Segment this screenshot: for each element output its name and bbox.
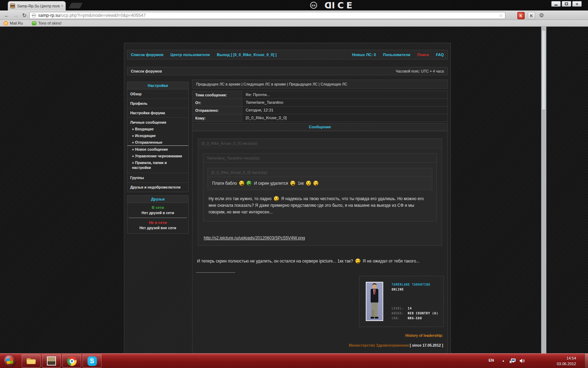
info-label-subject: Тема сообщения: bbox=[192, 91, 242, 98]
info-label-from: От: bbox=[192, 99, 242, 106]
pm-archive-nav: Предыдущее ЛС в архиве | Следующее ЛС в … bbox=[192, 80, 448, 89]
address-bar[interactable]: samp-rp.su/ucp.php?i=pm&mode=view&f=0&p=… bbox=[29, 12, 505, 19]
volume-icon[interactable] bbox=[519, 358, 525, 365]
settings-box: Настройки Обзор Профиль Настройки форума… bbox=[127, 82, 189, 192]
sidebar-item-friends-foes[interactable]: Друзья и недоброжелатели bbox=[127, 182, 188, 192]
window-controls: × bbox=[551, 1, 582, 7]
message-info-table: Тема сообщения: Re: Прочти... От: Tamerl… bbox=[192, 91, 448, 122]
extension-icon-1[interactable]: K bbox=[517, 12, 525, 19]
quote-author: Tamerlane_Tarantino писал(а): bbox=[203, 154, 436, 163]
stat-row-car: CAR: NRG-500 bbox=[392, 316, 438, 321]
ucp-sidebar: Настройки Обзор Профиль Настройки форума… bbox=[127, 82, 189, 234]
reload-button[interactable]: ↻ bbox=[20, 12, 28, 19]
player-stats-card: TAMERLANE TARANTINO ONLINE LEVEL: 14 HOU… bbox=[359, 276, 444, 327]
player-skin-image bbox=[366, 282, 383, 321]
tray-expand-icon[interactable]: ▲ bbox=[502, 359, 505, 362]
smiley-evil-icon bbox=[239, 180, 244, 186]
taskbar-explorer-button[interactable] bbox=[22, 354, 41, 368]
quote-author: [0_0_Riko_Kruse_0_0] писал(а): bbox=[208, 168, 432, 177]
sidebar-item-rules-folders-settings[interactable]: » Правила, папки и настройки bbox=[127, 159, 188, 173]
quote-text: Плати бабло И скрин удалится 1кк bbox=[208, 177, 432, 190]
forward-button[interactable]: → bbox=[12, 12, 20, 19]
sidebar-item-forum-settings[interactable]: Настройки форума bbox=[127, 108, 188, 117]
sidebar-item-new-message[interactable]: » Новое сообщение bbox=[127, 146, 188, 152]
sidebar-item-overview[interactable]: Обзор bbox=[127, 89, 188, 98]
nav-search[interactable]: Поиск bbox=[417, 53, 429, 57]
info-value-to[interactable]: [0_0_Riko_Kruse_0_0] bbox=[242, 114, 447, 122]
bookmark-label: Mail.Ru bbox=[10, 21, 23, 25]
sidebar-item-manage-drafts[interactable]: » Управление черновиками bbox=[127, 152, 188, 159]
sidebar-item-inbox[interactable]: » Входящие bbox=[127, 125, 188, 132]
quote-level-3: [0_0_Riko_Kruse_0_0] писал(а): Плати баб… bbox=[208, 168, 432, 190]
pm-nav-next[interactable]: Следующее ЛС bbox=[321, 82, 347, 86]
page-scrollbar[interactable] bbox=[541, 27, 546, 353]
wallpaper-dice-logo: EA DICE bbox=[310, 1, 355, 10]
sidebar-item-groups[interactable]: Группы bbox=[127, 173, 188, 182]
breadcrumb[interactable]: Список форумов bbox=[131, 67, 162, 75]
nav-user-center[interactable]: Центр пользователя bbox=[170, 53, 210, 57]
nav-new-pm-count[interactable]: Новых ЛС: 0 bbox=[352, 53, 376, 57]
photo-icon bbox=[47, 356, 56, 366]
info-label-to: Кому: bbox=[192, 114, 242, 122]
window-close-icon: × bbox=[576, 2, 579, 6]
scrollbar-thumb[interactable] bbox=[542, 30, 546, 110]
stat-row-level: LEVEL: 14 bbox=[392, 306, 438, 311]
friends-offline-text: Нет друзей вне сети bbox=[127, 226, 188, 230]
sidebar-item-sent[interactable]: » Отправленные bbox=[127, 139, 188, 146]
smiley-shock-icon bbox=[313, 180, 318, 186]
nav-users[interactable]: Пользователи bbox=[383, 53, 410, 57]
tray-language-indicator[interactable]: EN bbox=[489, 358, 494, 362]
new-tab-button[interactable] bbox=[69, 3, 82, 8]
info-label-sent: Отправлено: bbox=[192, 107, 242, 114]
info-value-from[interactable]: Tamerlane_Tarantino bbox=[242, 99, 447, 106]
taskbar-skype-button[interactable]: S bbox=[83, 354, 102, 368]
browser-menu-icon[interactable]: ⚙ bbox=[539, 12, 544, 19]
nav-logout[interactable]: Выход [ [0_0_Riko_Kruse_0_0] ] bbox=[217, 53, 277, 57]
window-minimize-button[interactable] bbox=[551, 1, 561, 7]
tab-close-icon[interactable]: × bbox=[61, 4, 63, 8]
bookmark-mailru[interactable]: @ Mail.Ru bbox=[4, 21, 23, 26]
window-close-button[interactable]: × bbox=[572, 1, 582, 7]
quote-author: [0_0_Riko_Kruse_0_0] писал(а): bbox=[198, 139, 442, 148]
stat-row-house: HOUSE: RED COUNTRY (A) bbox=[392, 311, 438, 316]
url-path: /ucp.php?i=pm&mode=view&f=0&p=405547 bbox=[60, 13, 146, 18]
history-title: History of leadership: bbox=[196, 333, 444, 338]
show-desktop-button[interactable] bbox=[584, 354, 588, 368]
taskbar-photo-viewer-button[interactable] bbox=[42, 354, 61, 368]
window-maximize-button[interactable] bbox=[562, 1, 571, 7]
tab-favicon-icon bbox=[10, 4, 15, 8]
browser-tab[interactable]: Samp-Rp.Su Центр пользо × bbox=[8, 1, 66, 11]
bookmark-tons-of-skins[interactable]: Tons of skins! bbox=[32, 21, 62, 25]
pm-nav-next-archive[interactable]: Следующее ЛС в архиве bbox=[244, 82, 286, 86]
page-security-icon bbox=[32, 13, 36, 18]
player-stats: LEVEL: 14 HOUSE: RED COUNTRY (A) CAR: NR… bbox=[392, 306, 438, 321]
forum-wrapper: Список форумов Центр пользователя Выход … bbox=[124, 43, 451, 353]
sidebar-item-outbox[interactable]: » Исходящие bbox=[127, 132, 188, 139]
start-button[interactable] bbox=[4, 355, 16, 367]
bookmark-star-icon[interactable]: ☆ bbox=[499, 13, 503, 18]
info-value-subject: Re: Прочти... bbox=[242, 91, 447, 98]
pm-nav-prev[interactable]: Предыдущее ЛС bbox=[289, 82, 318, 86]
nav-faq[interactable]: FAQ bbox=[436, 53, 444, 57]
page-viewport: Список форумов Центр пользователя Выход … bbox=[0, 27, 588, 353]
dice-logo-text: DICE bbox=[322, 0, 355, 11]
message-body: [0_0_Riko_Kruse_0_0] писал(а): Tamerlane… bbox=[192, 131, 448, 353]
friends-box-title: Друзья bbox=[127, 196, 188, 203]
sidebar-item-profile[interactable]: Профиль bbox=[127, 98, 188, 108]
quoted-image-link[interactable]: http://s2.ipicture.ru/uploads/20120603/S… bbox=[204, 236, 305, 240]
chrome-icon bbox=[67, 356, 77, 366]
taskbar-chrome-button[interactable] bbox=[62, 354, 81, 368]
settings-box-title: Настройки bbox=[127, 82, 188, 89]
extension-icon-2[interactable]: K bbox=[528, 12, 535, 19]
tray-clock[interactable]: 14:54 03.06.2012 bbox=[532, 355, 576, 367]
nav-forum-list[interactable]: Список форумов bbox=[131, 53, 163, 57]
forum-top-nav: Список форумов Центр пользователя Выход … bbox=[127, 50, 448, 60]
bookmark-label: Tons of skins! bbox=[38, 21, 62, 25]
sidebar-item-private-messages[interactable]: Личные сообщения bbox=[127, 117, 188, 125]
pm-nav-prev-archive[interactable]: Предыдущее ЛС в архиве bbox=[196, 82, 240, 86]
history-organization-link[interactable]: Министерство Здравоохранения bbox=[349, 343, 408, 347]
back-button[interactable]: ← bbox=[3, 12, 11, 19]
table-row: От: Tamerlane_Tarantino bbox=[192, 98, 447, 106]
network-icon[interactable] bbox=[509, 358, 516, 365]
table-row: Тема сообщения: Re: Прочти... bbox=[192, 91, 447, 98]
